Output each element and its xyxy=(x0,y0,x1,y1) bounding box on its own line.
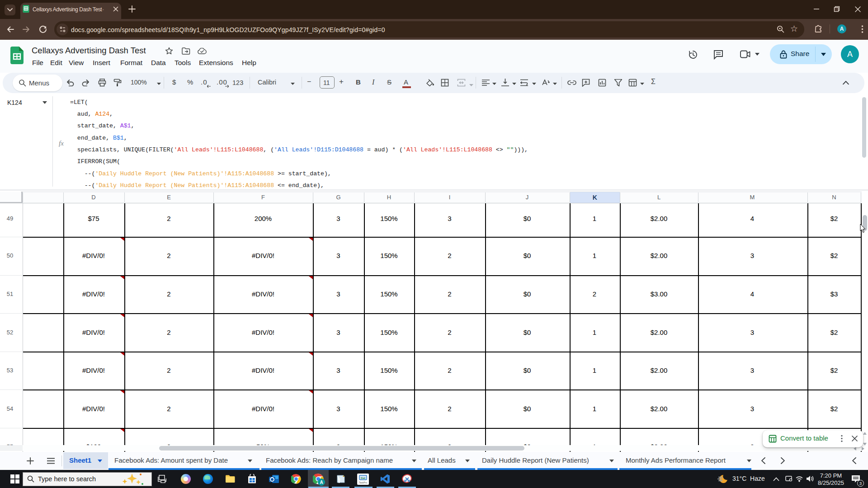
svg-text:Get: Get xyxy=(361,477,365,479)
